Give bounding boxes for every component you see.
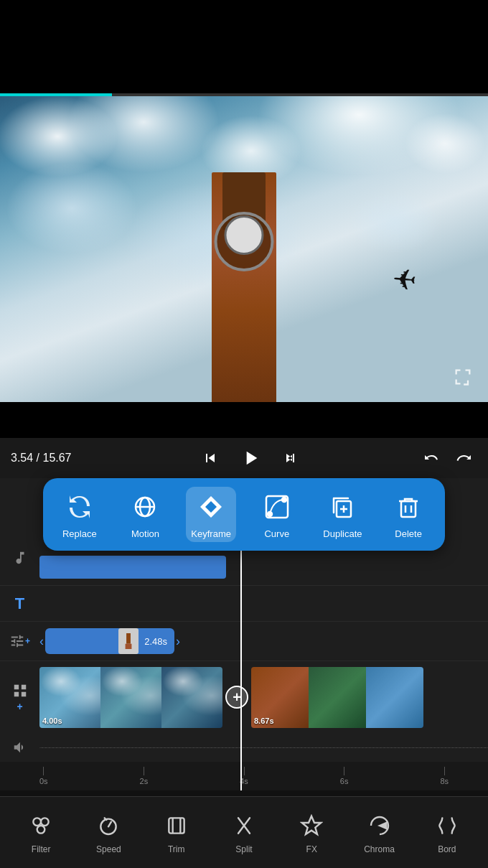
svg-point-19 — [37, 826, 45, 834]
toolbar-trim[interactable]: Trim — [151, 811, 202, 854]
toolbar-fx[interactable]: FX — [286, 811, 337, 854]
popup-delete[interactable]: Delete — [383, 490, 433, 539]
toolbar-border[interactable]: Bord — [422, 811, 472, 854]
chroma-icon — [365, 811, 394, 840]
toolbar-filter[interactable]: Filter — [16, 811, 66, 854]
tower-thumb-icon — [122, 633, 135, 649]
keyframe-icon — [197, 493, 225, 521]
undo-icon — [423, 449, 440, 467]
popup-replace[interactable]: Replace — [55, 490, 105, 539]
svg-rect-11 — [401, 501, 416, 517]
clips-track-icon: + — [0, 683, 39, 712]
trim-svg-icon — [165, 814, 188, 837]
progress-fill — [0, 93, 112, 96]
clip-2-thumb-1: 8.67s — [251, 667, 309, 728]
toolbar-speed[interactable]: Speed — [83, 811, 133, 854]
clip-2-duration: 8.67s — [254, 717, 274, 725]
popup-motion[interactable]: Motion — [120, 490, 170, 539]
clip-2-thumb-2 — [309, 667, 366, 728]
motion-icon — [131, 493, 159, 521]
delete-icon — [394, 493, 423, 521]
airplane: ✈ — [390, 262, 418, 297]
skip-back-icon — [202, 449, 219, 467]
ruler-line-6s — [344, 767, 344, 775]
text-track-content — [39, 586, 488, 622]
adjustment-clip[interactable]: 2.48s — [45, 628, 174, 654]
ruler-line-2s — [144, 767, 144, 775]
popup-menu: Replace Motion — [43, 478, 445, 551]
curve-label: Curve — [264, 528, 289, 539]
ruler-line-4s — [244, 767, 245, 775]
delete-icon-wrap — [391, 490, 426, 524]
ruler-line-8s — [444, 767, 445, 775]
motion-label: Motion — [131, 528, 159, 539]
chroma-svg-icon — [368, 814, 391, 837]
clip-1-thumb-2 — [100, 667, 161, 728]
clip-2[interactable]: 8.67s — [251, 667, 423, 728]
play-button[interactable] — [238, 445, 263, 471]
undo-button[interactable] — [418, 445, 444, 471]
motion-icon-wrap — [128, 490, 162, 524]
filter-svg-icon — [29, 814, 52, 837]
skip-forward-icon — [282, 449, 299, 467]
filter-icon — [27, 811, 55, 840]
fx-icon — [297, 811, 326, 840]
popup-duplicate[interactable]: Duplicate — [317, 490, 367, 539]
skip-back-button[interactable] — [197, 445, 223, 471]
timeline-panel: Replace Motion — [0, 478, 488, 790]
split-label: Split — [235, 844, 252, 854]
keyframe-label: Keyframe — [191, 528, 231, 539]
timeline-ruler: 0s 2s 4s 6s 8s — [0, 762, 488, 790]
redo-icon — [456, 449, 473, 467]
tracks-container: Replace Motion — [0, 478, 488, 790]
border-icon — [433, 811, 461, 840]
speed-icon — [94, 811, 123, 840]
popup-keyframe[interactable]: Keyframe — [186, 487, 236, 542]
ruler-tick-6s: 6s — [340, 767, 349, 785]
clip-1[interactable]: 4.00s — [39, 667, 222, 728]
adj-thumb — [118, 628, 139, 654]
play-icon — [239, 447, 262, 470]
clock-face — [225, 215, 264, 255]
svg-rect-21 — [169, 818, 184, 833]
time-display: 3.54 / 15.67 — [11, 452, 83, 465]
fx-svg-icon — [300, 814, 323, 837]
svg-rect-16 — [126, 644, 132, 649]
replace-icon — [65, 493, 94, 521]
toolbar-split[interactable]: Split — [219, 811, 269, 854]
toolbar-chroma[interactable]: Chroma — [355, 811, 405, 854]
ruler-label-6s: 6s — [340, 777, 349, 785]
sound-line — [39, 747, 488, 748]
clip-2-thumb-3 — [366, 667, 423, 728]
trim-icon — [162, 811, 191, 840]
clip-1-duration: 4.00s — [42, 717, 62, 725]
svg-marker-22 — [302, 816, 322, 834]
fullscreen-button[interactable] — [449, 363, 477, 391]
replace-label: Replace — [62, 528, 97, 539]
skip-forward-button[interactable] — [278, 445, 304, 471]
video-preview: ✈ — [0, 93, 488, 402]
svg-point-18 — [41, 818, 49, 826]
duplicate-icon — [328, 493, 357, 521]
adj-left-arrow: ‹ — [39, 634, 44, 649]
volume-icon — [12, 739, 28, 755]
ruler-line-0s — [43, 767, 44, 775]
bottom-video-bar — [0, 402, 488, 438]
adjustment-track-icon: + — [0, 633, 39, 649]
border-label: Bord — [438, 844, 456, 854]
adj-right-arrow: › — [176, 634, 180, 649]
audio-track-icon — [0, 550, 39, 566]
clock-tower — [212, 172, 276, 402]
volume-icon-wrap — [0, 739, 39, 755]
text-track-icon: T — [0, 594, 39, 613]
redo-button[interactable] — [451, 445, 477, 471]
add-clip-button[interactable]: + — [225, 686, 248, 709]
fullscreen-icon — [453, 367, 473, 387]
ruler-tick-4s: 4s — [240, 767, 248, 785]
adj-duration: 2.48s — [144, 636, 167, 647]
clip-1-thumb-1: 4.00s — [39, 667, 100, 728]
playback-controls-bar: 3.54 / 15.67 — [0, 438, 488, 478]
playback-controls — [93, 445, 408, 471]
popup-curve[interactable]: Curve — [252, 490, 302, 539]
top-bar — [0, 0, 488, 93]
